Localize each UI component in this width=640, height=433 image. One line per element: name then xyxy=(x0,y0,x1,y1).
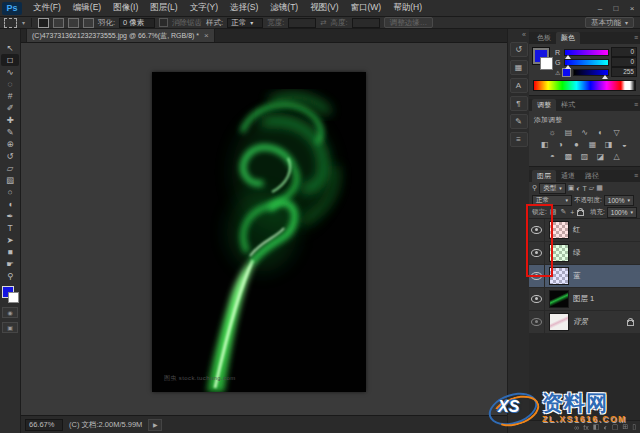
invert-icon[interactable]: ◓ xyxy=(547,151,559,161)
dodge-tool[interactable]: ◖ xyxy=(1,198,19,210)
move-tool[interactable]: ↖ xyxy=(1,42,19,54)
tab-swatches[interactable]: 色板 xyxy=(532,32,556,44)
menu-file[interactable]: 文件(F) xyxy=(27,2,67,14)
curves-icon[interactable]: ∿ xyxy=(579,127,591,137)
style-dropdown[interactable]: 正常 ▾ xyxy=(227,18,263,28)
tab-layers[interactable]: 图层 xyxy=(532,170,556,182)
gradient-tool[interactable]: ▧ xyxy=(1,174,19,186)
eyedropper-tool[interactable]: ✐ xyxy=(1,102,19,114)
hand-tool[interactable]: ☛ xyxy=(1,258,19,270)
layer-thumbnail[interactable] xyxy=(549,313,569,331)
visibility-toggle[interactable] xyxy=(529,288,545,310)
tab-channels[interactable]: 通道 xyxy=(556,170,580,182)
layer-filter-dropdown[interactable]: 类型 ▾ xyxy=(539,183,566,194)
lasso-tool[interactable]: ∿ xyxy=(1,66,19,78)
marquee-tool-preview-icon[interactable] xyxy=(4,18,17,28)
gradient-map-icon[interactable]: ◪ xyxy=(595,151,607,161)
menu-filter[interactable]: 滤镜(T) xyxy=(264,2,304,14)
add-selection-icon[interactable] xyxy=(53,18,64,28)
zoom-level-input[interactable]: 66.67% xyxy=(25,419,63,431)
lock-position-icon[interactable]: + xyxy=(570,209,574,216)
panel-menu-icon[interactable]: ≡ xyxy=(634,172,638,179)
filter-type-layers-icon[interactable]: T xyxy=(583,185,587,192)
workspace-switcher[interactable]: 基本功能 ▾ xyxy=(585,17,634,28)
filter-adjustment-layers-icon[interactable]: ◐ xyxy=(576,185,580,192)
path-selection-tool[interactable]: ➤ xyxy=(1,234,19,246)
layer-row-background[interactable]: 背景 xyxy=(529,311,640,334)
tool-preset-arrow-icon[interactable]: ▾ xyxy=(22,19,25,26)
minimize-button[interactable]: – xyxy=(592,0,608,16)
tab-color[interactable]: 颜色 xyxy=(556,32,580,44)
quick-mask-button[interactable]: ◉ xyxy=(2,307,18,318)
vibrance-icon[interactable]: ▽ xyxy=(611,127,623,137)
panel-menu-icon[interactable]: ≡ xyxy=(634,101,638,108)
levels-icon[interactable]: ▤ xyxy=(563,127,575,137)
menu-select[interactable]: 选择(S) xyxy=(224,2,264,14)
blur-tool[interactable]: ○ xyxy=(1,186,19,198)
menu-type[interactable]: 文字(Y) xyxy=(184,2,224,14)
black-white-icon[interactable]: ● xyxy=(571,139,583,149)
type-tool[interactable]: T xyxy=(1,222,19,234)
red-value-input[interactable]: 0 xyxy=(611,47,637,57)
menu-help[interactable]: 帮助(H) xyxy=(387,2,428,14)
smoke-image[interactable]: 图虫 stock.tuchong.com xyxy=(152,72,366,392)
menu-image[interactable]: 图像(I) xyxy=(107,2,144,14)
zoom-tool[interactable]: ⚲ xyxy=(1,270,19,282)
menu-window[interactable]: 窗口(W) xyxy=(345,2,388,14)
intersect-selection-icon[interactable] xyxy=(83,18,94,28)
visibility-toggle[interactable] xyxy=(529,311,545,333)
fill-input[interactable]: 100% ▾ xyxy=(607,207,637,218)
swatches-panel-icon[interactable]: ▦ xyxy=(510,60,528,75)
red-slider[interactable] xyxy=(564,49,609,56)
photo-filter-icon[interactable]: ▦ xyxy=(587,139,599,149)
canvas-area[interactable]: 图虫 stock.tuchong.com xyxy=(21,43,507,415)
opacity-input[interactable]: 100% ▾ xyxy=(604,195,634,206)
threshold-icon[interactable]: ▨ xyxy=(579,151,591,161)
color-lookup-icon[interactable]: ◒ xyxy=(619,139,631,149)
anti-alias-checkbox[interactable] xyxy=(159,18,168,27)
width-input[interactable] xyxy=(288,18,316,28)
expand-panels-icon[interactable]: « xyxy=(508,29,529,39)
color-spectrum-ramp[interactable] xyxy=(533,80,636,91)
spot-healing-brush-tool[interactable]: ✚ xyxy=(1,114,19,126)
green-slider[interactable] xyxy=(564,59,609,66)
layer-row-layer1[interactable]: 图层 1 xyxy=(529,288,640,311)
history-panel-icon[interactable]: ↺ xyxy=(510,42,528,57)
menu-layer[interactable]: 图层(L) xyxy=(144,2,183,14)
background-color-swatch[interactable] xyxy=(8,292,19,303)
maximize-button[interactable]: □ xyxy=(608,0,624,16)
menu-view[interactable]: 视图(V) xyxy=(304,2,344,14)
filter-shape-layers-icon[interactable]: ▱ xyxy=(589,184,594,192)
gamut-warning-icon[interactable]: ⚠ xyxy=(555,69,560,76)
web-safe-color-icon[interactable] xyxy=(562,68,571,77)
clone-stamp-tool[interactable]: ⊕ xyxy=(1,138,19,150)
filter-pixel-layers-icon[interactable]: ▣ xyxy=(568,184,575,192)
tab-adjustments[interactable]: 调整 xyxy=(532,99,556,111)
rectangle-tool[interactable]: ■ xyxy=(1,246,19,258)
panel-background-swatch[interactable] xyxy=(540,57,553,70)
swap-dimensions-icon[interactable]: ⇄ xyxy=(320,18,326,27)
tab-paths[interactable]: 路径 xyxy=(580,170,604,182)
feather-input[interactable]: 0 像素 xyxy=(119,18,155,28)
lock-image-pixels-icon[interactable]: ✎ xyxy=(560,208,566,216)
crop-tool[interactable]: # xyxy=(1,90,19,102)
green-value-input[interactable]: 0 xyxy=(611,57,637,67)
history-brush-tool[interactable]: ↺ xyxy=(1,150,19,162)
screen-mode-button[interactable]: ▣ xyxy=(2,322,18,333)
lock-all-icon[interactable] xyxy=(577,210,584,216)
exposure-icon[interactable]: ◐ xyxy=(595,127,607,137)
pen-tool[interactable]: ✒ xyxy=(1,210,19,222)
close-tab-icon[interactable]: × xyxy=(204,31,209,40)
height-input[interactable] xyxy=(352,18,380,28)
tab-styles[interactable]: 样式 xyxy=(556,99,580,111)
character-panel-icon[interactable]: A xyxy=(510,78,528,93)
color-balance-icon[interactable]: ◑ xyxy=(555,139,567,149)
layer-thumbnail[interactable] xyxy=(549,290,569,308)
rectangular-marquee-tool[interactable]: □ xyxy=(1,54,19,66)
quick-selection-tool[interactable]: ◌ xyxy=(1,78,19,90)
blue-value-input[interactable]: 255 xyxy=(611,67,637,77)
brush-tool[interactable]: ✎ xyxy=(1,126,19,138)
new-selection-icon[interactable] xyxy=(38,18,49,28)
document-tab[interactable]: (C)4737313621232373555.jpg @ 66.7%(蓝, RG… xyxy=(26,28,215,42)
menu-edit[interactable]: 编辑(E) xyxy=(67,2,107,14)
